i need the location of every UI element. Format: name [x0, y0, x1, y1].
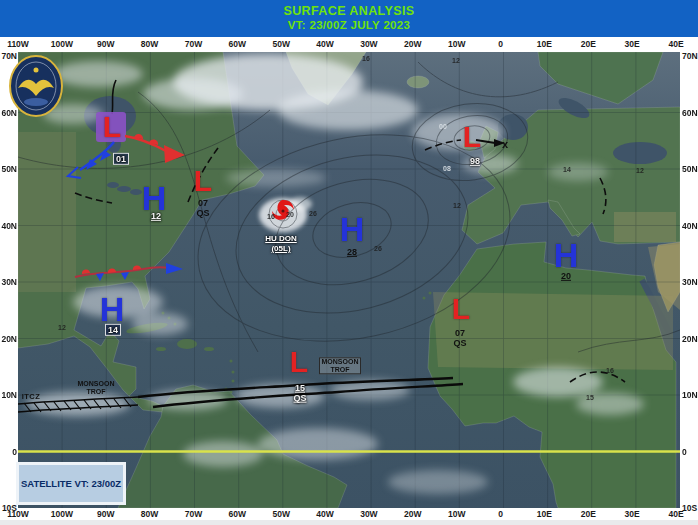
- lat-tick-right: 10N: [682, 390, 698, 400]
- lon-tick-bottom: 50W: [272, 509, 289, 519]
- lon-tick-top: 100W: [51, 39, 73, 49]
- lat-tick-left: 0: [12, 447, 17, 457]
- lon-tick-bottom: 60W: [229, 509, 246, 519]
- lat-tick-right: 30N: [682, 277, 698, 287]
- lon-tick-top: 10E: [537, 39, 552, 49]
- fleet-weather-center-logo: [8, 54, 64, 118]
- map-graphics: [18, 52, 680, 508]
- lon-tick-bottom: 10W: [448, 509, 465, 519]
- lat-tick-left: 10S: [2, 503, 17, 513]
- lat-tick-left: 20N: [1, 334, 17, 344]
- lat-tick-right: 70N: [682, 51, 698, 61]
- satellite-vt-label: SATELLITE VT: 23/00Z: [21, 478, 121, 489]
- lat-tick-right: 20N: [682, 334, 698, 344]
- valid-time-subtitle: VT: 23/00Z JULY 2023: [288, 19, 410, 33]
- lon-tick-top: 20E: [581, 39, 596, 49]
- lat-tick-right: 40N: [682, 221, 698, 231]
- satellite-vt-box: SATELLITE VT: 23/00Z: [16, 462, 126, 505]
- lon-tick-bottom: 0: [498, 509, 503, 519]
- surface-analysis-screenshot: SURFACE ANALYSIS VT: 23/00Z JULY 2023: [0, 0, 698, 525]
- lat-tick-left: 10N: [1, 390, 17, 400]
- lat-tick-left: 40N: [1, 221, 17, 231]
- lon-tick-top: 80W: [141, 39, 158, 49]
- lon-tick-top: 110W: [7, 39, 29, 49]
- lat-tick-left: 50N: [1, 164, 17, 174]
- lon-tick-top: 0: [498, 39, 503, 49]
- lon-tick-top: 50W: [272, 39, 289, 49]
- lon-tick-bottom: 30W: [360, 509, 377, 519]
- lat-tick-right: 10S: [682, 503, 697, 513]
- lon-tick-bottom: 70W: [185, 509, 202, 519]
- lon-tick-bottom: 80W: [141, 509, 158, 519]
- lon-tick-bottom: 90W: [97, 509, 114, 519]
- header-banner: SURFACE ANALYSIS VT: 23/00Z JULY 2023: [0, 0, 698, 37]
- lon-tick-bottom: 10E: [537, 509, 552, 519]
- lon-tick-top: 10W: [448, 39, 465, 49]
- lon-tick-top: 70W: [185, 39, 202, 49]
- lon-tick-bottom: 20E: [581, 509, 596, 519]
- lon-tick-top: 20W: [404, 39, 421, 49]
- lon-tick-bottom: 30E: [625, 509, 640, 519]
- page-title: SURFACE ANALYSIS: [283, 4, 414, 20]
- lat-tick-right: 50N: [682, 164, 698, 174]
- purple-highlight-box: [96, 112, 126, 142]
- lon-tick-bottom: 20W: [404, 509, 421, 519]
- lon-tick-top: 90W: [97, 39, 114, 49]
- lat-tick-left: 30N: [1, 277, 17, 287]
- satellite-analysis-map: [18, 52, 680, 508]
- lon-tick-bottom: 40W: [316, 509, 333, 519]
- lat-tick-right: 60N: [682, 108, 698, 118]
- lon-tick-top: 40E: [668, 39, 683, 49]
- bottom-strip: [0, 520, 698, 525]
- lon-tick-bottom: 100W: [51, 509, 73, 519]
- lon-tick-top: 40W: [316, 39, 333, 49]
- iceland: [407, 76, 429, 88]
- lon-tick-top: 60W: [229, 39, 246, 49]
- lon-tick-top: 30W: [360, 39, 377, 49]
- lat-tick-right: 0: [682, 447, 687, 457]
- lon-tick-top: 30E: [625, 39, 640, 49]
- black-sea: [613, 142, 667, 164]
